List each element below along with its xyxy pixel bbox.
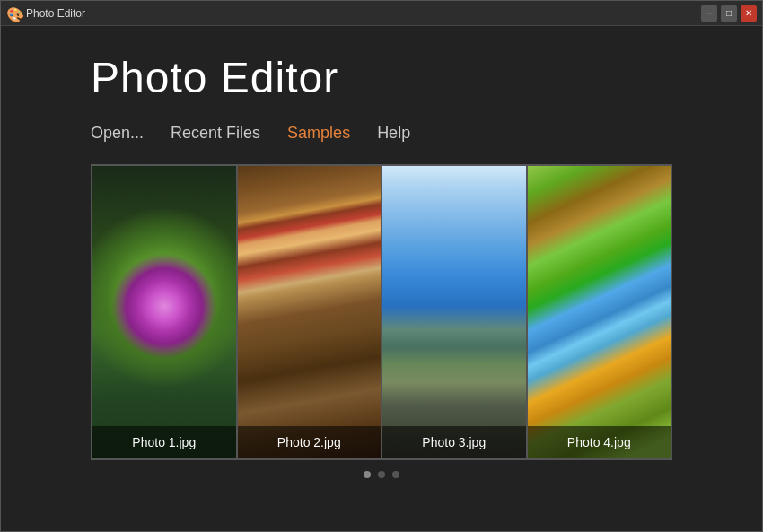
main-content: Photo Editor Open... Recent Files Sample… [1, 26, 762, 531]
dot-3[interactable] [392, 471, 399, 478]
photo-caption-1: Photo 1.jpg [92, 426, 236, 458]
nav-open[interactable]: Open... [91, 120, 144, 146]
close-button[interactable]: ✕ [741, 5, 757, 22]
title-bar-left: 🎨 Photo Editor [6, 6, 85, 21]
maximize-button[interactable]: □ [721, 5, 737, 22]
nav-help[interactable]: Help [377, 120, 410, 146]
photo-caption-4: Photo 4.jpg [528, 426, 671, 458]
dot-1[interactable] [364, 471, 371, 478]
title-bar-text: Photo Editor [26, 7, 85, 20]
photo-caption-3: Photo 3.jpg [382, 426, 526, 458]
title-bar: 🎨 Photo Editor ─ □ ✕ [1, 1, 762, 26]
photo-item-2[interactable]: Photo 2.jpg [238, 166, 383, 458]
nav-samples[interactable]: Samples [287, 120, 350, 146]
nav-recent-files[interactable]: Recent Files [171, 120, 260, 146]
photo-grid: Photo 1.jpg Photo 2.jpg Photo 3.jpg [91, 164, 672, 460]
app-icon: 🎨 [6, 6, 21, 21]
pagination-dots [1, 471, 762, 478]
navigation: Open... Recent Files Samples Help [91, 120, 762, 146]
photo-caption-2: Photo 2.jpg [238, 426, 382, 458]
photo-item-4[interactable]: Photo 4.jpg [528, 166, 671, 458]
page-title: Photo Editor [91, 53, 762, 102]
dot-2[interactable] [378, 471, 385, 478]
photo-item-1[interactable]: Photo 1.jpg [92, 166, 238, 458]
window-controls: ─ □ ✕ [701, 5, 757, 22]
minimize-button[interactable]: ─ [701, 5, 717, 22]
photo-item-3[interactable]: Photo 3.jpg [382, 166, 528, 458]
app-window: 🎨 Photo Editor ─ □ ✕ Photo Editor Open..… [0, 0, 763, 532]
